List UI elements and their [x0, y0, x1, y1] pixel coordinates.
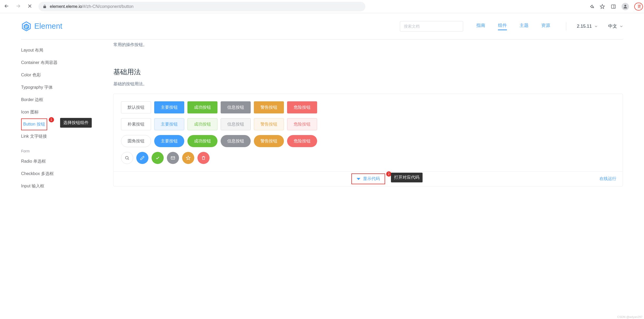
content: 常用的操作按钮。 基础用法 基础的按钮用法。 默认按钮 主要按钮 成功按钮 信息…	[103, 39, 623, 197]
svg-rect-0	[612, 5, 616, 8]
delete-icon	[201, 156, 206, 160]
btn-round-primary[interactable]: 主要按钮	[154, 135, 184, 147]
demo-footer: 显示代码 2 打开对应代码 在线运行	[114, 171, 623, 186]
svg-point-1	[624, 5, 626, 7]
btn-circle-search[interactable]	[121, 152, 133, 164]
nav-theme[interactable]: 主题	[520, 22, 529, 30]
btn-circle-star[interactable]	[182, 152, 194, 164]
sidebar-item-radio[interactable]: Radio 单选框	[21, 155, 103, 168]
panel-icon[interactable]	[611, 4, 616, 9]
sidebar-item-button[interactable]: Button 按钮	[21, 118, 47, 130]
show-code-label: 显示代码	[363, 176, 380, 182]
btn-danger[interactable]: 危险按钮	[287, 101, 317, 113]
demo-content: 默认按钮 主要按钮 成功按钮 信息按钮 警告按钮 危险按钮 朴素按钮 主要按钮 …	[114, 94, 623, 171]
edit-icon	[140, 156, 145, 160]
section-title: 基础用法	[113, 67, 623, 77]
btn-plain-primary[interactable]: 主要按钮	[154, 118, 184, 130]
sidebar-item-link[interactable]: Link 文字链接	[21, 130, 103, 143]
btn-round-danger[interactable]: 危险按钮	[287, 135, 317, 147]
sidebar-item-color[interactable]: Color 色彩	[21, 69, 103, 81]
btn-circle-check[interactable]	[152, 152, 164, 164]
btn-plain-danger[interactable]: 危险按钮	[287, 118, 317, 130]
btn-info[interactable]: 信息按钮	[221, 101, 251, 113]
button-row-solid: 默认按钮 主要按钮 成功按钮 信息按钮 警告按钮 危险按钮	[121, 101, 615, 113]
version-label: 2.15.11	[577, 24, 592, 29]
sidebar-item-container[interactable]: Container 布局容器	[21, 57, 103, 69]
logo[interactable]: Element	[21, 21, 62, 32]
share-icon[interactable]	[588, 4, 594, 9]
show-code-button[interactable]: 显示代码	[351, 173, 385, 184]
star-icon[interactable]	[599, 4, 605, 9]
btn-circle-edit[interactable]	[136, 152, 148, 164]
annotation-tip-2: 打开对应代码	[391, 173, 423, 182]
address-bar[interactable]: element.eleme.io/#/zh-CN/component/butto…	[38, 2, 365, 11]
section-desc: 基础的按钮用法。	[113, 81, 623, 87]
url-text: element.eleme.io/#/zh-CN/component/butto…	[50, 4, 134, 9]
star-icon	[186, 156, 191, 160]
version-select[interactable]: 2.15.11	[577, 24, 598, 29]
btn-circle-delete[interactable]	[197, 152, 210, 164]
check-icon	[155, 156, 160, 160]
divider	[566, 22, 566, 30]
btn-warning[interactable]: 警告按钮	[254, 101, 284, 113]
mail-icon	[171, 156, 175, 160]
demo-block: 默认按钮 主要按钮 成功按钮 信息按钮 警告按钮 危险按钮 朴素按钮 主要按钮 …	[113, 94, 623, 186]
chevron-down-icon	[594, 25, 598, 28]
btn-round-info[interactable]: 信息按钮	[221, 135, 251, 147]
sidebar-item-checkbox[interactable]: Checkbox 多选框	[21, 168, 103, 180]
button-row-circle	[121, 152, 615, 164]
btn-round-default[interactable]: 圆角按钮	[121, 135, 151, 147]
profile-icon[interactable]	[622, 3, 629, 10]
button-row-plain: 朴素按钮 主要按钮 成功按钮 信息按钮 警告按钮 危险按钮	[121, 118, 615, 130]
annotation-badge-2: 2	[386, 171, 391, 177]
btn-plain-success[interactable]: 成功按钮	[187, 118, 217, 130]
sidebar-item-typography[interactable]: Typography 字体	[21, 81, 103, 94]
btn-plain-info[interactable]: 信息按钮	[221, 118, 251, 130]
language-select[interactable]: 中文	[608, 23, 623, 29]
sidebar-group-form: Form	[21, 143, 103, 155]
sidebar-item-border[interactable]: Border 边框	[21, 94, 103, 106]
annotation-badge-1: 1	[49, 117, 54, 122]
annotation-tip-1: 选择按钮组件	[60, 118, 92, 128]
browser-toolbar: element.eleme.io/#/zh-CN/component/butto…	[0, 0, 644, 13]
lock-icon	[43, 4, 47, 8]
btn-primary[interactable]: 主要按钮	[154, 101, 184, 113]
browser-right-icons: 更	[588, 3, 640, 11]
btn-success[interactable]: 成功按钮	[187, 101, 217, 113]
chevron-down-icon	[620, 25, 623, 28]
stop-icon[interactable]	[27, 3, 33, 10]
svg-point-2	[125, 156, 128, 159]
language-label: 中文	[608, 23, 617, 29]
nav-guide[interactable]: 指南	[476, 22, 485, 30]
header-nav: 指南 组件 主题 资源	[476, 22, 550, 30]
browser-nav	[4, 3, 33, 10]
btn-default[interactable]: 默认按钮	[121, 101, 151, 113]
btn-circle-message[interactable]	[167, 152, 179, 164]
sidebar-item-input[interactable]: Input 输入框	[21, 180, 103, 192]
forward-icon	[15, 3, 21, 10]
button-row-round: 圆角按钮 主要按钮 成功按钮 信息按钮 警告按钮 危险按钮	[121, 135, 615, 147]
btn-plain-warning[interactable]: 警告按钮	[254, 118, 284, 130]
intro-text: 常用的操作按钮。	[113, 42, 623, 48]
logo-text: Element	[34, 22, 62, 31]
sidebar: Layout 布局 Container 布局容器 Color 色彩 Typogr…	[21, 39, 103, 197]
nav-resource[interactable]: 资源	[541, 22, 550, 30]
run-online-link[interactable]: 在线运行	[599, 176, 616, 182]
btn-plain-default[interactable]: 朴素按钮	[121, 118, 151, 130]
sidebar-item-layout[interactable]: Layout 布局	[21, 44, 103, 57]
btn-round-success[interactable]: 成功按钮	[187, 135, 217, 147]
caret-down-icon	[357, 178, 360, 180]
search-input[interactable]	[400, 21, 463, 32]
nav-component[interactable]: 组件	[498, 22, 507, 30]
site-header: Element 指南 组件 主题 资源 2.15.11 中文	[21, 13, 623, 39]
logo-icon	[21, 21, 32, 32]
back-icon[interactable]	[4, 3, 9, 10]
sidebar-item-icon[interactable]: Icon 图标	[21, 106, 103, 118]
btn-round-warning[interactable]: 警告按钮	[254, 135, 284, 147]
browser-more-button[interactable]: 更	[634, 3, 643, 11]
search-icon	[125, 156, 129, 160]
